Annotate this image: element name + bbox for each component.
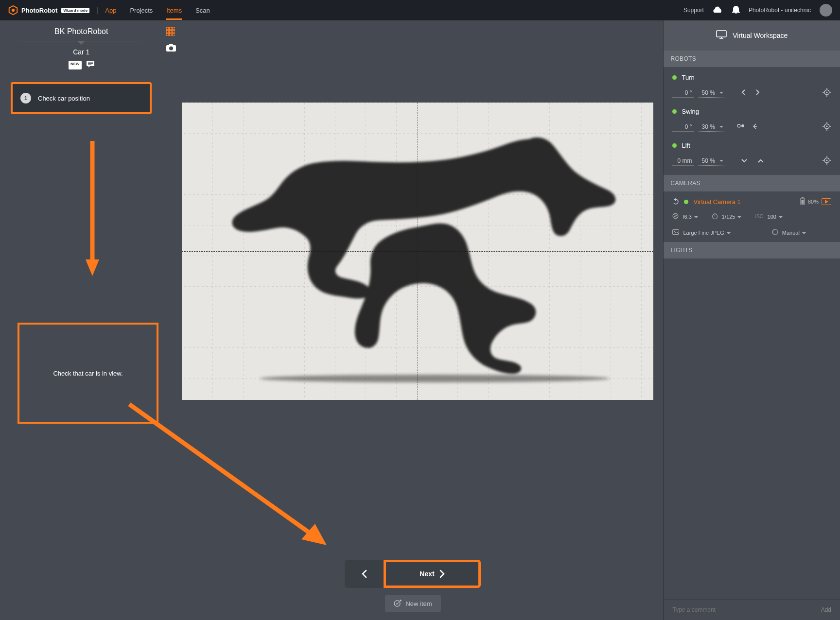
svg-rect-28 [717, 31, 726, 37]
turn-value[interactable]: 0 ° [672, 88, 694, 98]
brand-text: PhotoRobot [21, 7, 57, 14]
svg-point-38 [741, 124, 744, 127]
svg-point-32 [826, 92, 828, 93]
section-cameras[interactable]: CAMERAS [664, 175, 840, 191]
svg-rect-12 [170, 27, 172, 30]
swing-speed[interactable]: 30 % [699, 122, 726, 132]
turn-left-icon[interactable] [741, 89, 746, 97]
swing-return-icon[interactable] [752, 123, 758, 131]
image-icon [672, 229, 679, 236]
camera-virtual-1: Virtual Camera 1 80% f6.3 1/125 ISO [664, 191, 840, 242]
lift-down-icon[interactable] [741, 158, 748, 165]
workspace-header: Virtual Workspace [664, 20, 840, 51]
comment-input[interactable] [672, 606, 815, 613]
status-dot-icon [672, 143, 677, 148]
timer-icon [712, 213, 718, 220]
live-preview[interactable] [182, 103, 653, 400]
status-dot-icon [684, 200, 688, 204]
lift-value[interactable]: 0 mm [672, 156, 694, 166]
svg-marker-56 [825, 200, 828, 204]
camera-icon[interactable] [166, 44, 176, 53]
brand-logo[interactable]: PhotoRobot Wizard mode [8, 5, 89, 16]
step-label: Check car position [38, 95, 90, 102]
wizard-mode-badge: Wizard mode [61, 8, 89, 13]
status-dot-icon [672, 75, 677, 80]
comment-add-button[interactable]: Add [821, 606, 831, 613]
svg-rect-13 [173, 27, 175, 30]
section-robots[interactable]: ROBOTS [664, 51, 840, 67]
battery-icon [800, 197, 805, 206]
svg-point-46 [826, 160, 828, 161]
svg-rect-18 [170, 34, 172, 36]
svg-rect-61 [673, 230, 679, 235]
workspace-title: Virtual Workspace [733, 32, 788, 39]
next-button-label: Next [420, 570, 434, 578]
nav-items[interactable]: Items [166, 1, 182, 20]
svg-rect-54 [802, 197, 804, 198]
preview-subject-silhouette [226, 117, 629, 389]
iso-setting[interactable]: ISO 100 [755, 213, 783, 220]
status-dot-icon [672, 109, 677, 114]
svg-point-24 [260, 375, 610, 382]
shutter-setting[interactable]: 1/125 [712, 213, 742, 220]
turn-speed[interactable]: 50 % [699, 88, 726, 98]
swing-value[interactable]: 0 ° [672, 122, 694, 132]
cloud-icon[interactable] [713, 5, 723, 15]
new-item-label: New item [405, 600, 432, 607]
nav-scan[interactable]: Scan [195, 1, 210, 20]
lift-up-icon[interactable] [757, 158, 764, 165]
battery-pct: 80% [808, 199, 819, 205]
project-title[interactable]: BK PhotoRobot [0, 27, 162, 36]
power-icon[interactable] [672, 198, 679, 206]
step-nav-buttons: Next [345, 560, 481, 588]
svg-point-25 [394, 601, 400, 606]
new-item-button[interactable]: New item [385, 595, 440, 612]
robot-lift: Lift 0 mm 50 % [664, 135, 840, 175]
svg-point-22 [169, 47, 173, 51]
svg-point-40 [826, 126, 828, 127]
live-view-icon[interactable] [822, 198, 831, 205]
robot-lift-label: Lift [682, 142, 690, 149]
svg-marker-8 [86, 259, 99, 276]
nav-projects[interactable]: Projects [130, 1, 153, 20]
comment-icon[interactable] [87, 61, 94, 69]
svg-rect-15 [170, 31, 172, 33]
avatar[interactable] [820, 4, 832, 17]
svg-rect-16 [173, 31, 175, 33]
robot-turn-label: Turn [682, 74, 694, 81]
swing-target-icon[interactable] [822, 122, 831, 132]
aperture-setting[interactable]: f6.3 [672, 213, 698, 220]
instruction-text: Check that car is in view. [53, 370, 122, 377]
right-sidebar: Virtual Workspace ROBOTS Turn 0 ° 50 % S… [663, 20, 840, 620]
svg-rect-14 [166, 31, 169, 33]
lift-target-icon[interactable] [822, 156, 831, 166]
support-link[interactable]: Support [683, 7, 704, 14]
camera-name[interactable]: Virtual Camera 1 [693, 198, 740, 206]
left-sidebar: BK PhotoRobot Car 1 NEW 1 Check car posi… [0, 20, 162, 620]
turn-right-icon[interactable] [755, 89, 760, 97]
swing-link-icon[interactable] [737, 123, 745, 131]
robot-swing: Swing 0 ° 30 % [664, 101, 840, 135]
step-number-badge: 1 [20, 93, 31, 103]
section-lights[interactable]: LIGHTS [664, 242, 840, 258]
user-name[interactable]: PhotoRobot - unitechnic [749, 7, 811, 14]
quality-setting[interactable]: Large Fine JPEG [672, 229, 758, 236]
prev-button[interactable] [345, 560, 384, 588]
lift-speed[interactable]: 50 % [699, 156, 726, 166]
step-check-car-position[interactable]: 1 Check car position [11, 82, 152, 114]
next-button[interactable]: Next [384, 560, 481, 588]
svg-point-1 [12, 9, 15, 12]
svg-marker-3 [88, 66, 90, 68]
bell-icon[interactable] [732, 5, 740, 16]
item-title[interactable]: Car 1 [0, 48, 162, 56]
check-plus-icon [394, 600, 402, 607]
nav-app[interactable]: App [105, 1, 116, 20]
svg-rect-19 [173, 34, 175, 36]
grid-view-icon[interactable] [166, 27, 176, 37]
svg-rect-55 [801, 200, 804, 204]
instruction-callout: Check that car is in view. [18, 323, 158, 424]
new-badge: NEW [69, 61, 82, 69]
svg-rect-11 [166, 27, 169, 30]
mode-setting[interactable]: Manual [772, 229, 806, 236]
turn-target-icon[interactable] [822, 88, 831, 98]
